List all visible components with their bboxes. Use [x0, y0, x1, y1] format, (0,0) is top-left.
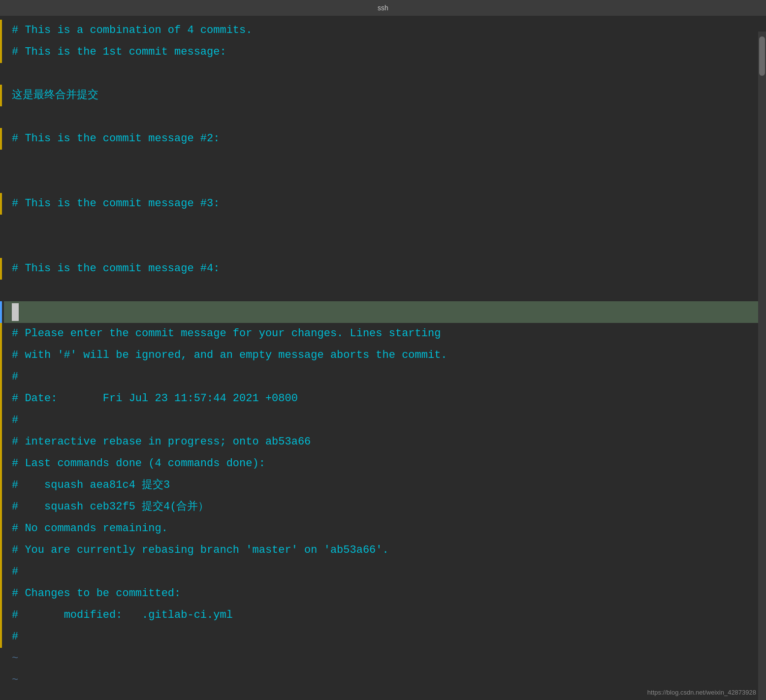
editor-line: # modified: .gitlab-ci.yml: [4, 605, 766, 626]
editor-line: # This is the commit message #3:: [4, 193, 766, 215]
editor-line: #: [4, 561, 766, 583]
editor-line: [4, 106, 766, 128]
editor-line: [4, 236, 766, 258]
editor-line: [4, 301, 766, 323]
editor-line: # Date: Fri Jul 23 11:57:44 2021 +0800: [4, 388, 766, 410]
editor-line: [4, 215, 766, 236]
cursor-block: [12, 303, 19, 321]
editor-line: # squash ceb32f5 提交4(合并）: [4, 496, 766, 518]
scrollbar-right[interactable]: [758, 32, 766, 700]
editor-line: # This is the commit message #2:: [4, 128, 766, 150]
editor-line: #: [4, 626, 766, 648]
editor-container: # This is a combination of 4 commits.# T…: [0, 16, 766, 700]
editor-line: # You are currently rebasing branch 'mas…: [4, 540, 766, 561]
editor-line: ~: [4, 669, 766, 691]
title-text: ssh: [378, 4, 388, 12]
editor-line: # with '#' will be ignored, and an empty…: [4, 345, 766, 366]
editor-line: # Last commands done (4 commands done):: [4, 453, 766, 475]
editor-line: [4, 171, 766, 193]
editor-line: # This is the commit message #4:: [4, 258, 766, 280]
editor-line: # No commands remaining.: [4, 518, 766, 540]
editor-line: 这是最终合并提交: [4, 85, 766, 106]
editor-line: # squash aea81c4 提交3: [4, 475, 766, 496]
editor-line: [4, 280, 766, 301]
editor-line: [4, 63, 766, 85]
editor-line: #: [4, 410, 766, 431]
editor-line: ~: [4, 648, 766, 669]
scrollbar-thumb[interactable]: [759, 36, 765, 76]
editor-line: # Changes to be committed:: [4, 583, 766, 605]
left-border: [0, 16, 4, 700]
editor-line: # interactive rebase in progress; onto a…: [4, 431, 766, 453]
editor-line: #: [4, 366, 766, 388]
editor-line: # This is the 1st commit message:: [4, 41, 766, 63]
content-area[interactable]: # This is a combination of 4 commits.# T…: [4, 16, 766, 700]
editor-line: # Please enter the commit message for yo…: [4, 323, 766, 345]
editor-line: # This is a combination of 4 commits.: [4, 20, 766, 41]
editor-line: [4, 150, 766, 171]
title-bar: ssh: [0, 0, 766, 16]
watermark: https://blog.csdn.net/weixin_42873928: [647, 689, 756, 696]
